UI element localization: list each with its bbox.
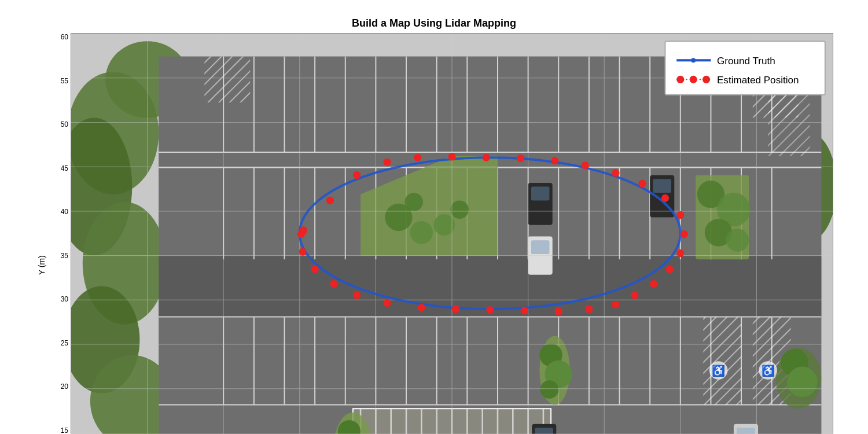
svg-point-77 xyxy=(404,193,423,211)
svg-point-168 xyxy=(612,301,619,308)
svg-rect-85 xyxy=(204,57,250,102)
svg-text:Ground Truth: Ground Truth xyxy=(717,55,775,67)
svg-point-178 xyxy=(311,266,319,273)
svg-point-158 xyxy=(582,161,589,169)
svg-point-175 xyxy=(384,299,391,307)
svg-point-156 xyxy=(517,155,524,162)
svg-point-153 xyxy=(414,154,421,161)
svg-point-121 xyxy=(787,366,818,397)
y-tick: 20 xyxy=(61,382,68,391)
svg-point-171 xyxy=(520,307,528,314)
svg-point-76 xyxy=(410,221,433,244)
plot-area: ♿ ♿ xyxy=(71,33,833,434)
plot-area-wrap: 6055504540353025201510 xyxy=(50,33,833,434)
svg-point-164 xyxy=(676,249,684,257)
svg-rect-91 xyxy=(531,240,550,254)
chart-body: 6055504540353025201510 xyxy=(50,33,833,434)
y-tick: 50 xyxy=(61,120,68,128)
svg-text:♿: ♿ xyxy=(762,364,775,377)
svg-point-154 xyxy=(448,153,455,160)
chart-inner: Y (m) 6055504540353025201510 xyxy=(35,33,833,434)
svg-point-174 xyxy=(418,304,425,311)
svg-point-180 xyxy=(297,230,305,238)
svg-point-79 xyxy=(450,200,469,219)
svg-point-84 xyxy=(726,229,749,252)
svg-point-150 xyxy=(326,197,334,204)
y-tick: 35 xyxy=(61,252,68,260)
y-tick: 25 xyxy=(61,339,68,347)
svg-point-167 xyxy=(631,292,638,299)
svg-rect-93 xyxy=(653,179,671,193)
svg-point-163 xyxy=(681,230,688,238)
svg-point-152 xyxy=(384,159,391,166)
svg-rect-94 xyxy=(703,317,741,404)
svg-point-166 xyxy=(650,280,657,288)
y-tick: 40 xyxy=(61,208,68,216)
y-tick: 15 xyxy=(61,426,68,434)
svg-point-169 xyxy=(585,306,593,313)
chart-container: Build a Map Using Lidar Mapping Y (m) 60… xyxy=(0,0,868,434)
svg-point-157 xyxy=(551,157,558,164)
svg-point-172 xyxy=(486,306,494,314)
svg-point-165 xyxy=(666,266,674,273)
svg-point-159 xyxy=(612,169,619,176)
y-ticks: 6055504540353025201510 xyxy=(50,33,71,434)
svg-text:♿: ♿ xyxy=(712,364,726,377)
svg-point-151 xyxy=(353,171,361,179)
svg-point-161 xyxy=(661,194,669,202)
chart-title: Build a Map Using Lidar Mapping xyxy=(35,17,833,30)
svg-point-176 xyxy=(353,292,361,299)
y-tick: 60 xyxy=(61,33,68,41)
svg-point-160 xyxy=(638,180,646,187)
y-tick: 30 xyxy=(61,295,68,303)
svg-rect-87 xyxy=(768,95,810,156)
y-axis-label: Y (m) xyxy=(35,33,49,434)
svg-point-170 xyxy=(555,308,562,315)
svg-point-186 xyxy=(676,76,684,83)
svg-text:Estimated Position: Estimated Position xyxy=(717,74,799,86)
svg-point-173 xyxy=(452,306,459,313)
y-tick: 45 xyxy=(61,164,68,172)
svg-rect-181 xyxy=(665,41,825,95)
svg-point-162 xyxy=(676,211,684,219)
svg-point-183 xyxy=(691,58,696,62)
y-tick: 55 xyxy=(61,77,68,85)
svg-point-179 xyxy=(299,248,306,255)
svg-point-177 xyxy=(330,280,337,288)
svg-point-187 xyxy=(690,76,697,83)
svg-point-155 xyxy=(483,154,490,161)
svg-point-188 xyxy=(703,76,710,83)
svg-point-118 xyxy=(540,380,559,399)
chart-wrap: Build a Map Using Lidar Mapping Y (m) 60… xyxy=(35,17,833,417)
svg-rect-89 xyxy=(531,187,550,201)
